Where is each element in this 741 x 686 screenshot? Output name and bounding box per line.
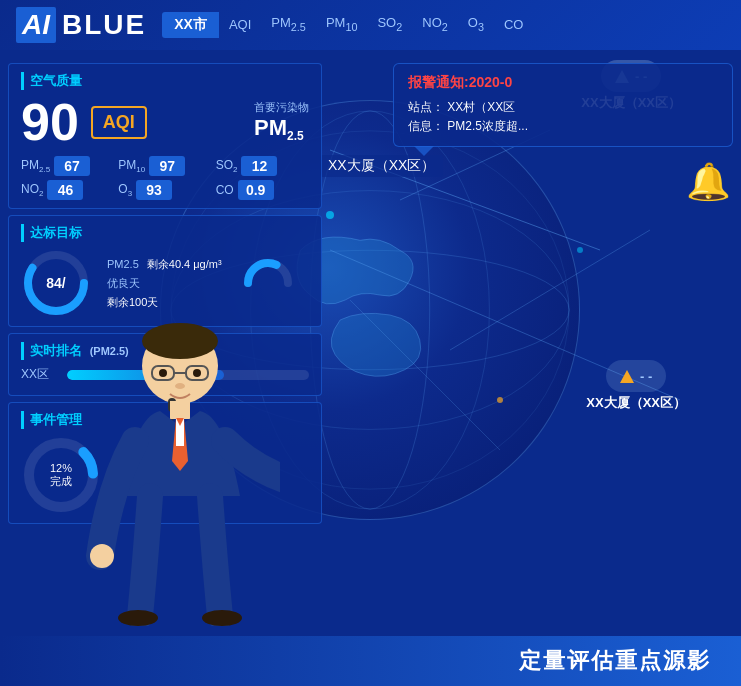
target-info: PM2.5 剩余40.4 μg/m³ 优良天 剩余100天 bbox=[107, 257, 222, 310]
bottom-bar: 定量评估重点源影 bbox=[0, 636, 741, 686]
aq-cell-o3: O3 93 bbox=[118, 180, 211, 200]
svg-point-18 bbox=[142, 323, 218, 359]
svg-line-9 bbox=[350, 300, 500, 450]
aq-val-pm10: 97 bbox=[149, 156, 185, 176]
aq-cell-pm25: PM2.5 67 bbox=[21, 156, 114, 176]
aq-cell-so2: SO2 12 bbox=[216, 156, 309, 176]
alert-info-row: 信息： PM2.5浓度超... bbox=[408, 117, 718, 136]
svg-point-24 bbox=[175, 383, 185, 389]
alert-station-row: 站点： XX村（XX区 bbox=[408, 98, 718, 117]
rank-label-xxqu: XX区 bbox=[21, 366, 61, 383]
aq-label-co: CO bbox=[216, 183, 234, 197]
svg-line-8 bbox=[450, 230, 650, 350]
marker-warn-label: XX大厦（XX区） bbox=[586, 394, 686, 412]
aq-cell-no2: NO2 46 bbox=[21, 180, 114, 200]
logo-ai-text: AI bbox=[16, 7, 56, 43]
aq-metrics-grid: PM2.5 67 PM10 97 SO2 12 NO2 46 O3 93 CO … bbox=[21, 156, 309, 200]
target-title: 达标目标 bbox=[21, 224, 309, 242]
alert-box: 报警通知:2020-0 站点： XX村（XX区 信息： PM2.5浓度超... bbox=[393, 63, 733, 147]
svg-point-31 bbox=[90, 544, 114, 568]
good-days-half-donut bbox=[238, 253, 298, 313]
aq-val-co: 0.9 bbox=[238, 180, 274, 200]
alert-bell-icon: 🔔 bbox=[683, 157, 733, 207]
aq-label-so2: SO2 bbox=[216, 158, 238, 174]
aq-primary-pollutant: 首要污染物 PM2.5 bbox=[254, 100, 309, 143]
aq-label-pm25: PM2.5 bbox=[21, 158, 50, 174]
good-days-label: 优良天 bbox=[107, 276, 140, 291]
aq-primary-label: 首要污染物 bbox=[254, 100, 309, 115]
target-donut-label: 84/ bbox=[46, 275, 65, 291]
svg-point-12 bbox=[497, 397, 503, 403]
logo: AI BLUE bbox=[16, 7, 146, 43]
aq-val-so2: 12 bbox=[241, 156, 277, 176]
aq-val-pm25: 67 bbox=[54, 156, 90, 176]
tab-pm10[interactable]: PM10 bbox=[316, 11, 368, 39]
alert-content: 站点： XX村（XX区 信息： PM2.5浓度超... bbox=[408, 98, 718, 136]
alert-speech-triangle bbox=[414, 146, 434, 156]
ranking-title-text: 实时排名 bbox=[30, 343, 82, 358]
tab-so2[interactable]: SO2 bbox=[367, 11, 412, 39]
good-days-svg bbox=[238, 253, 298, 313]
aq-badge: AQI bbox=[91, 106, 147, 139]
character-svg bbox=[80, 306, 280, 626]
svg-point-32 bbox=[118, 610, 158, 626]
alert-station-label: 站点： bbox=[408, 100, 444, 114]
air-quality-card: 空气质量 90 AQI 首要污染物 PM2.5 PM2.5 67 PM10 97… bbox=[8, 63, 322, 209]
svg-point-11 bbox=[577, 247, 583, 253]
aq-label-o3: O3 bbox=[118, 182, 132, 198]
alert-station-value: XX村（XX区 bbox=[447, 100, 515, 114]
aq-value: 90 bbox=[21, 96, 79, 148]
tab-co[interactable]: CO bbox=[494, 13, 534, 38]
bottom-text: 定量评估重点源影 bbox=[519, 646, 711, 676]
air-quality-title: 空气质量 bbox=[21, 72, 309, 90]
header: AI BLUE XX市 AQI PM2.5 PM10 SO2 NO2 O3 CO bbox=[0, 0, 741, 50]
tab-aqi[interactable]: AQI bbox=[219, 13, 261, 38]
events-donut-label: 12% 完成 bbox=[50, 462, 72, 489]
aq-label-pm10: PM10 bbox=[118, 158, 145, 174]
events-percent: 12% bbox=[50, 462, 72, 474]
aq-cell-co: CO 0.9 bbox=[216, 180, 309, 200]
pm25-target-remain: 剩余40.4 μg/m³ bbox=[147, 257, 222, 272]
svg-point-23 bbox=[193, 369, 201, 377]
aq-val-o3: 93 bbox=[136, 180, 172, 200]
pm25-target-row: PM2.5 剩余40.4 μg/m³ bbox=[107, 257, 222, 272]
marker-warn-triangle bbox=[620, 370, 634, 383]
alert-title: 报警通知:2020-0 bbox=[408, 74, 718, 92]
right-panel: 报警通知:2020-0 站点： XX村（XX区 信息： PM2.5浓度超... … bbox=[361, 55, 741, 215]
pm25-target-label: PM2.5 bbox=[107, 258, 139, 270]
aq-label-no2: NO2 bbox=[21, 182, 43, 198]
aq-primary-value: PM2.5 bbox=[254, 115, 304, 143]
aq-val-no2: 46 bbox=[47, 180, 83, 200]
svg-rect-27 bbox=[170, 401, 190, 419]
aq-cell-pm10: PM10 97 bbox=[118, 156, 211, 176]
logo-blue-text: BLUE bbox=[62, 9, 146, 41]
alert-info-label: 信息： bbox=[408, 119, 444, 133]
good-days-row: 优良天 bbox=[107, 276, 222, 291]
marker-warn-icon: - - bbox=[606, 360, 666, 392]
aq-main-row: 90 AQI 首要污染物 PM2.5 bbox=[21, 96, 309, 148]
tab-no2[interactable]: NO2 bbox=[412, 11, 458, 39]
events-complete: 完成 bbox=[50, 474, 72, 489]
svg-point-33 bbox=[202, 610, 242, 626]
svg-point-22 bbox=[159, 369, 167, 377]
nav-tabs: XX市 AQI PM2.5 PM10 SO2 NO2 O3 CO bbox=[162, 11, 533, 39]
marker-warn-dashes: - - bbox=[640, 369, 652, 384]
tab-o3[interactable]: O3 bbox=[458, 11, 494, 39]
tab-pm25[interactable]: PM2.5 bbox=[261, 11, 316, 39]
city-label[interactable]: XX市 bbox=[162, 12, 219, 38]
map-marker-warn: - - XX大厦（XX区） bbox=[586, 360, 686, 412]
presenter-character bbox=[80, 306, 280, 626]
alert-info-value: PM2.5浓度超... bbox=[447, 119, 528, 133]
